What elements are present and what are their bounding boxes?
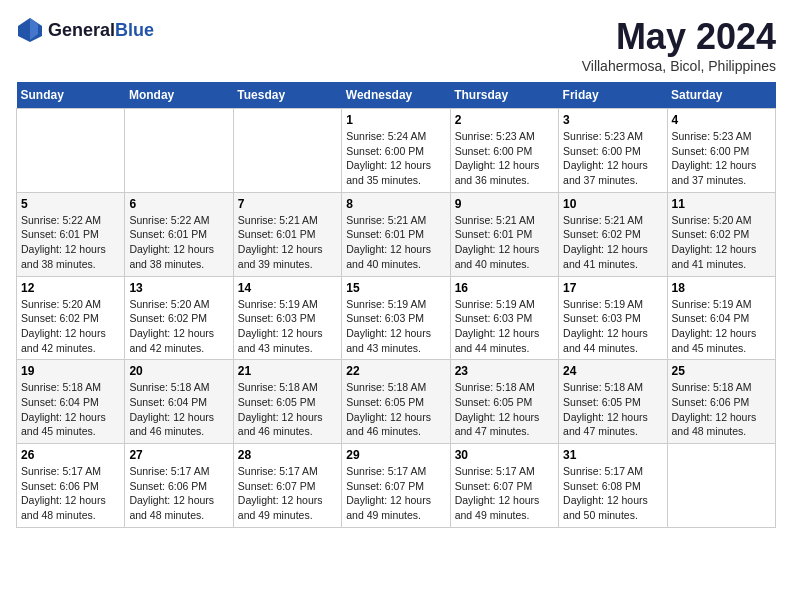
day-number: 8 bbox=[346, 197, 445, 211]
day-number: 11 bbox=[672, 197, 771, 211]
day-number: 7 bbox=[238, 197, 337, 211]
day-info: Sunrise: 5:19 AMSunset: 6:03 PMDaylight:… bbox=[346, 297, 445, 356]
calendar-cell: 23Sunrise: 5:18 AMSunset: 6:05 PMDayligh… bbox=[450, 360, 558, 444]
day-info: Sunrise: 5:18 AMSunset: 6:06 PMDaylight:… bbox=[672, 380, 771, 439]
day-number: 12 bbox=[21, 281, 120, 295]
day-info: Sunrise: 5:19 AMSunset: 6:03 PMDaylight:… bbox=[455, 297, 554, 356]
day-number: 9 bbox=[455, 197, 554, 211]
day-number: 31 bbox=[563, 448, 662, 462]
day-number: 19 bbox=[21, 364, 120, 378]
day-number: 28 bbox=[238, 448, 337, 462]
calendar-cell: 31Sunrise: 5:17 AMSunset: 6:08 PMDayligh… bbox=[559, 444, 667, 528]
day-number: 3 bbox=[563, 113, 662, 127]
day-number: 20 bbox=[129, 364, 228, 378]
day-number: 6 bbox=[129, 197, 228, 211]
calendar-cell bbox=[233, 109, 341, 193]
calendar-week-row: 26Sunrise: 5:17 AMSunset: 6:06 PMDayligh… bbox=[17, 444, 776, 528]
calendar-cell: 20Sunrise: 5:18 AMSunset: 6:04 PMDayligh… bbox=[125, 360, 233, 444]
day-number: 10 bbox=[563, 197, 662, 211]
day-info: Sunrise: 5:18 AMSunset: 6:04 PMDaylight:… bbox=[21, 380, 120, 439]
weekday-header-thursday: Thursday bbox=[450, 82, 558, 109]
weekday-header-row: SundayMondayTuesdayWednesdayThursdayFrid… bbox=[17, 82, 776, 109]
day-number: 13 bbox=[129, 281, 228, 295]
day-number: 25 bbox=[672, 364, 771, 378]
day-number: 18 bbox=[672, 281, 771, 295]
calendar-week-row: 5Sunrise: 5:22 AMSunset: 6:01 PMDaylight… bbox=[17, 192, 776, 276]
day-info: Sunrise: 5:18 AMSunset: 6:05 PMDaylight:… bbox=[563, 380, 662, 439]
calendar-cell: 9Sunrise: 5:21 AMSunset: 6:01 PMDaylight… bbox=[450, 192, 558, 276]
calendar-cell: 11Sunrise: 5:20 AMSunset: 6:02 PMDayligh… bbox=[667, 192, 775, 276]
day-number: 17 bbox=[563, 281, 662, 295]
day-info: Sunrise: 5:18 AMSunset: 6:05 PMDaylight:… bbox=[455, 380, 554, 439]
day-info: Sunrise: 5:22 AMSunset: 6:01 PMDaylight:… bbox=[129, 213, 228, 272]
calendar-cell: 18Sunrise: 5:19 AMSunset: 6:04 PMDayligh… bbox=[667, 276, 775, 360]
calendar-cell: 6Sunrise: 5:22 AMSunset: 6:01 PMDaylight… bbox=[125, 192, 233, 276]
logo: GeneralBlue bbox=[16, 16, 154, 44]
calendar-cell: 4Sunrise: 5:23 AMSunset: 6:00 PMDaylight… bbox=[667, 109, 775, 193]
day-info: Sunrise: 5:22 AMSunset: 6:01 PMDaylight:… bbox=[21, 213, 120, 272]
day-number: 1 bbox=[346, 113, 445, 127]
calendar-cell: 10Sunrise: 5:21 AMSunset: 6:02 PMDayligh… bbox=[559, 192, 667, 276]
calendar-cell: 30Sunrise: 5:17 AMSunset: 6:07 PMDayligh… bbox=[450, 444, 558, 528]
calendar-cell: 17Sunrise: 5:19 AMSunset: 6:03 PMDayligh… bbox=[559, 276, 667, 360]
logo-icon bbox=[16, 16, 44, 44]
calendar-week-row: 12Sunrise: 5:20 AMSunset: 6:02 PMDayligh… bbox=[17, 276, 776, 360]
day-number: 15 bbox=[346, 281, 445, 295]
day-info: Sunrise: 5:20 AMSunset: 6:02 PMDaylight:… bbox=[21, 297, 120, 356]
day-number: 22 bbox=[346, 364, 445, 378]
calendar-cell: 19Sunrise: 5:18 AMSunset: 6:04 PMDayligh… bbox=[17, 360, 125, 444]
weekday-header-monday: Monday bbox=[125, 82, 233, 109]
day-info: Sunrise: 5:17 AMSunset: 6:06 PMDaylight:… bbox=[21, 464, 120, 523]
day-info: Sunrise: 5:21 AMSunset: 6:02 PMDaylight:… bbox=[563, 213, 662, 272]
calendar-cell: 26Sunrise: 5:17 AMSunset: 6:06 PMDayligh… bbox=[17, 444, 125, 528]
day-info: Sunrise: 5:21 AMSunset: 6:01 PMDaylight:… bbox=[346, 213, 445, 272]
calendar-week-row: 19Sunrise: 5:18 AMSunset: 6:04 PMDayligh… bbox=[17, 360, 776, 444]
day-number: 21 bbox=[238, 364, 337, 378]
calendar-cell bbox=[17, 109, 125, 193]
day-number: 2 bbox=[455, 113, 554, 127]
calendar-cell: 24Sunrise: 5:18 AMSunset: 6:05 PMDayligh… bbox=[559, 360, 667, 444]
day-info: Sunrise: 5:17 AMSunset: 6:07 PMDaylight:… bbox=[238, 464, 337, 523]
calendar-cell: 15Sunrise: 5:19 AMSunset: 6:03 PMDayligh… bbox=[342, 276, 450, 360]
calendar-cell: 3Sunrise: 5:23 AMSunset: 6:00 PMDaylight… bbox=[559, 109, 667, 193]
day-info: Sunrise: 5:20 AMSunset: 6:02 PMDaylight:… bbox=[672, 213, 771, 272]
day-info: Sunrise: 5:19 AMSunset: 6:03 PMDaylight:… bbox=[563, 297, 662, 356]
day-number: 24 bbox=[563, 364, 662, 378]
day-info: Sunrise: 5:19 AMSunset: 6:04 PMDaylight:… bbox=[672, 297, 771, 356]
day-info: Sunrise: 5:24 AMSunset: 6:00 PMDaylight:… bbox=[346, 129, 445, 188]
calendar-cell: 21Sunrise: 5:18 AMSunset: 6:05 PMDayligh… bbox=[233, 360, 341, 444]
logo-general: General bbox=[48, 20, 115, 40]
day-number: 5 bbox=[21, 197, 120, 211]
calendar-cell bbox=[667, 444, 775, 528]
title-block: May 2024 Villahermosa, Bicol, Philippine… bbox=[582, 16, 776, 74]
calendar-cell: 5Sunrise: 5:22 AMSunset: 6:01 PMDaylight… bbox=[17, 192, 125, 276]
calendar-week-row: 1Sunrise: 5:24 AMSunset: 6:00 PMDaylight… bbox=[17, 109, 776, 193]
day-info: Sunrise: 5:23 AMSunset: 6:00 PMDaylight:… bbox=[563, 129, 662, 188]
calendar-cell: 7Sunrise: 5:21 AMSunset: 6:01 PMDaylight… bbox=[233, 192, 341, 276]
weekday-header-friday: Friday bbox=[559, 82, 667, 109]
calendar-cell: 14Sunrise: 5:19 AMSunset: 6:03 PMDayligh… bbox=[233, 276, 341, 360]
calendar-cell: 22Sunrise: 5:18 AMSunset: 6:05 PMDayligh… bbox=[342, 360, 450, 444]
weekday-header-saturday: Saturday bbox=[667, 82, 775, 109]
logo-blue: Blue bbox=[115, 20, 154, 40]
day-number: 14 bbox=[238, 281, 337, 295]
calendar-cell bbox=[125, 109, 233, 193]
calendar-cell: 2Sunrise: 5:23 AMSunset: 6:00 PMDaylight… bbox=[450, 109, 558, 193]
day-info: Sunrise: 5:23 AMSunset: 6:00 PMDaylight:… bbox=[672, 129, 771, 188]
day-number: 26 bbox=[21, 448, 120, 462]
day-info: Sunrise: 5:21 AMSunset: 6:01 PMDaylight:… bbox=[238, 213, 337, 272]
calendar-cell: 27Sunrise: 5:17 AMSunset: 6:06 PMDayligh… bbox=[125, 444, 233, 528]
calendar-cell: 25Sunrise: 5:18 AMSunset: 6:06 PMDayligh… bbox=[667, 360, 775, 444]
day-info: Sunrise: 5:17 AMSunset: 6:07 PMDaylight:… bbox=[346, 464, 445, 523]
day-number: 23 bbox=[455, 364, 554, 378]
calendar-cell: 13Sunrise: 5:20 AMSunset: 6:02 PMDayligh… bbox=[125, 276, 233, 360]
day-info: Sunrise: 5:18 AMSunset: 6:05 PMDaylight:… bbox=[346, 380, 445, 439]
calendar-cell: 8Sunrise: 5:21 AMSunset: 6:01 PMDaylight… bbox=[342, 192, 450, 276]
weekday-header-wednesday: Wednesday bbox=[342, 82, 450, 109]
calendar-cell: 28Sunrise: 5:17 AMSunset: 6:07 PMDayligh… bbox=[233, 444, 341, 528]
day-info: Sunrise: 5:17 AMSunset: 6:06 PMDaylight:… bbox=[129, 464, 228, 523]
day-number: 16 bbox=[455, 281, 554, 295]
calendar-table: SundayMondayTuesdayWednesdayThursdayFrid… bbox=[16, 82, 776, 528]
day-number: 30 bbox=[455, 448, 554, 462]
day-number: 4 bbox=[672, 113, 771, 127]
